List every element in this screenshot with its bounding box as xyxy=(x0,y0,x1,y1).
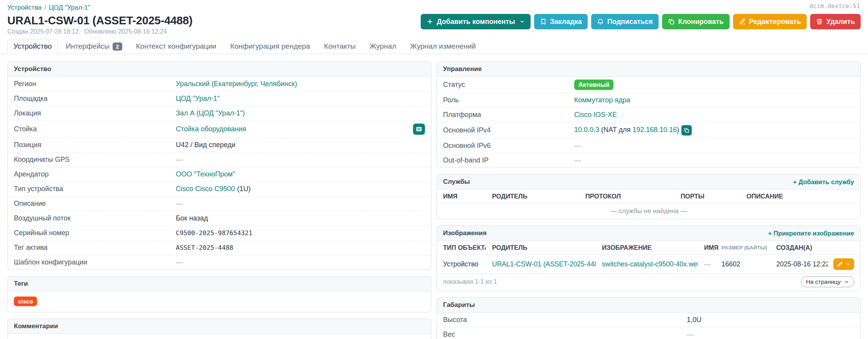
attr-label: Тип устройства xyxy=(14,185,176,193)
col-header-created[interactable]: СОЗДАН(А) xyxy=(770,241,828,255)
region-link[interactable]: Уральский (Екатеринбург, Челябинск) xyxy=(176,80,297,88)
attr-row-device-type: Тип устройства Cisco Cisco C9500 (1U) xyxy=(8,181,431,196)
attr-row-position: Позиция U42 / Вид спереди xyxy=(8,137,431,152)
asset-tag-value: ASSET-2025-4488 xyxy=(176,243,233,252)
services-card: Службы Добавить службу ИМЯ РОДИТЕЛЬ ПРОТ… xyxy=(437,174,861,219)
nat-label: (NAT для xyxy=(601,126,630,134)
per-page-select[interactable]: На страницу xyxy=(801,276,854,287)
tab-render-config[interactable]: Конфигурация рендера xyxy=(224,39,316,54)
device-card: Устройство Регион Уральский (Екатеринбур… xyxy=(7,61,431,270)
attr-row-role: Роль Коммутатор ядра xyxy=(437,93,860,107)
copy-ip-button[interactable] xyxy=(681,125,692,136)
col-header-ports[interactable]: ПОРТЫ xyxy=(674,190,740,203)
tab-render-config-label: Конфигурация рендера xyxy=(230,42,310,51)
object-id: dcim.device:51 xyxy=(809,3,860,10)
delete-label: Удалить xyxy=(826,18,855,26)
rack-link[interactable]: Стойка оборудования xyxy=(176,125,246,134)
serial-number-value: C9500-2025-987654321 xyxy=(176,229,253,237)
clone-button[interactable]: Клонировать xyxy=(662,14,730,29)
services-card-title: Службы xyxy=(443,178,470,186)
col-header-actions xyxy=(828,241,860,255)
tab-changelog[interactable]: Журнал изменений xyxy=(404,39,482,54)
tag-cisco[interactable]: cisco xyxy=(14,297,37,306)
position-value: U42 / Вид спереди xyxy=(176,141,236,149)
delete-button[interactable]: Удалить xyxy=(810,14,861,29)
plus-icon xyxy=(426,18,433,25)
services-card-header: Службы Добавить службу xyxy=(437,175,860,190)
config-template-empty-value: — xyxy=(176,258,183,267)
col-header-name[interactable]: ИМЯ xyxy=(437,190,486,203)
col-header-parent[interactable]: РОДИТЕЛЬ xyxy=(486,190,579,203)
page-header: dcim.device:51 Устройства/ЦОД "Урал-1" U… xyxy=(0,0,868,35)
edit-button[interactable]: Редактировать xyxy=(733,14,807,29)
attr-row-tenant: Арендатор ООО "ТехноПром" xyxy=(8,167,431,181)
image-parent-link[interactable]: URAL1-CSW-01 (ASSET-2025-4488) xyxy=(492,260,596,268)
tab-interfaces[interactable]: Интерфейсы2 xyxy=(59,39,128,54)
attr-row-airflow: Воздушный поток Бок назад xyxy=(8,211,431,225)
attr-row-description: Описание — xyxy=(8,196,431,211)
col-header-parent[interactable]: РОДИТЕЛЬ xyxy=(486,241,596,255)
rack-elevation-button[interactable] xyxy=(413,124,425,135)
subscribe-button[interactable]: Подписаться xyxy=(591,14,659,29)
attr-row-weight: Вес — xyxy=(437,327,860,339)
tags-card-title: Теги xyxy=(14,280,28,288)
role-link[interactable]: Коммутатор ядра xyxy=(574,96,630,105)
attr-label: Координаты GPS xyxy=(14,155,176,164)
attr-label: Серийный номер xyxy=(14,229,176,237)
image-created: 2025-08-16 12:22:38 xyxy=(770,255,828,274)
add-components-button[interactable]: Добавить компоненты xyxy=(421,14,531,29)
device-type-link[interactable]: Cisco Cisco C9500 xyxy=(176,185,235,193)
tags-card: Теги cisco xyxy=(7,276,431,312)
attr-label: Статус xyxy=(443,80,574,89)
attr-label: Локация xyxy=(14,109,176,118)
device-card-title: Устройство xyxy=(14,65,51,73)
page-content: Устройство Регион Уральский (Екатеринбур… xyxy=(0,54,868,339)
tab-device[interactable]: Устройство xyxy=(7,39,58,54)
attr-label: Шаблон конфигурации xyxy=(14,258,176,267)
platform-link[interactable]: Cisco IOS-XE xyxy=(574,110,617,119)
primary-ipv4-link[interactable]: 10.0.0.3 xyxy=(574,126,599,134)
breadcrumb-devices[interactable]: Устройства xyxy=(7,4,42,11)
tab-journal-label: Журнал xyxy=(369,42,396,51)
col-header-name[interactable]: ИМЯ xyxy=(698,241,719,255)
col-header-size: РАЗМЕР (БАЙТЫ) xyxy=(719,241,770,255)
trash-icon xyxy=(816,18,823,25)
col-header-protocol[interactable]: ПРОТОКОЛ xyxy=(579,190,674,203)
images-card: Изображения Прикрепите изображение ТИП О… xyxy=(437,225,861,291)
interfaces-count-badge: 2 xyxy=(113,42,122,51)
dimensions-card-header: Габариты xyxy=(437,298,860,313)
management-card: Управление Статус Активный Роль Коммутат… xyxy=(437,61,861,168)
tab-journal[interactable]: Журнал xyxy=(363,39,402,54)
breadcrumb-site[interactable]: ЦОД "Урал-1" xyxy=(49,4,90,11)
nat-ip-link[interactable]: 192.168.10.16 xyxy=(632,126,677,134)
attach-image-link[interactable]: Прикрепите изображение xyxy=(768,230,854,237)
chevron-down-icon xyxy=(519,19,525,24)
action-buttons: Добавить компоненты Закладка Подписаться… xyxy=(421,14,861,29)
attr-row-gps: Координаты GPS — xyxy=(8,152,431,167)
image-object-type: Устройство xyxy=(437,255,486,274)
add-service-link[interactable]: Добавить службу xyxy=(793,178,854,186)
attr-label: Площадка xyxy=(14,94,176,103)
images-card-header: Изображения Прикрепите изображение xyxy=(437,226,860,241)
tab-contacts[interactable]: Контакты xyxy=(318,39,362,54)
attr-row-config-template: Шаблон конфигурации — xyxy=(8,255,431,270)
col-header-image[interactable]: ИЗОБРАЖЕНИЕ xyxy=(596,241,698,255)
status-badge: Активный xyxy=(574,80,613,90)
bookmark-button[interactable]: Закладка xyxy=(534,14,588,29)
attr-label: Арендатор xyxy=(14,170,176,179)
attr-row-asset-tag: Тег актива ASSET-2025-4488 xyxy=(8,240,431,255)
image-file-link[interactable]: switches-catalyst-c9500-40x.webp xyxy=(602,260,698,268)
location-link[interactable]: Зал А (ЦОД "Урал-1") xyxy=(176,109,245,118)
ipv6-empty-value: — xyxy=(574,141,581,150)
col-header-description[interactable]: ОПИСАНИЕ xyxy=(740,190,860,203)
image-row: Устройство URAL1-CSW-01 (ASSET-2025-4488… xyxy=(437,255,860,274)
left-column: Устройство Регион Уральский (Екатеринбур… xyxy=(7,61,431,339)
attr-label: Воздушный поток xyxy=(14,214,176,223)
weight-empty-value: — xyxy=(687,330,694,339)
dimensions-card: Габариты Высота 1,0U Вес — xyxy=(437,297,861,339)
tenant-link[interactable]: ООО "ТехноПром" xyxy=(176,170,235,179)
col-header-object-type[interactable]: ТИП ОБЪЕКТА xyxy=(437,241,486,255)
tab-config-context[interactable]: Контекст конфигурации xyxy=(130,39,222,54)
site-link[interactable]: ЦОД "Урал-1" xyxy=(176,94,220,103)
image-edit-button[interactable] xyxy=(833,258,854,270)
